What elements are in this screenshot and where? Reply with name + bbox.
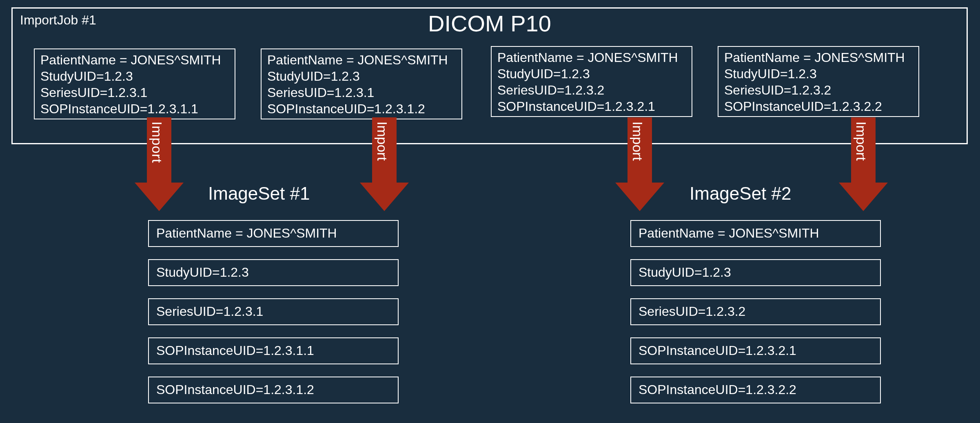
set1-row-sop2: SOPInstanceUID=1.2.3.1.2	[148, 377, 399, 403]
set2-row-series-text: SeriesUID=1.2.3.2	[639, 304, 745, 319]
set2-row-patient-text: PatientName = JONES^SMITH	[639, 226, 819, 241]
set1-row-series: SeriesUID=1.2.3.1	[148, 298, 399, 325]
source-box-2: PatientName = JONES^SMITH StudyUID=1.2.3…	[261, 48, 462, 119]
source-2-series: SeriesUID=1.2.3.1	[267, 85, 374, 100]
set1-row-series-text: SeriesUID=1.2.3.1	[156, 304, 263, 319]
set2-row-study: StudyUID=1.2.3	[630, 259, 881, 286]
set2-row-sop1-text: SOPInstanceUID=1.2.3.2.1	[639, 343, 796, 358]
source-3-study: StudyUID=1.2.3	[497, 66, 590, 82]
import-arrow-3-label: Import	[630, 121, 645, 161]
source-1-sop: SOPInstanceUID=1.2.3.1.1	[40, 101, 198, 117]
source-3-series: SeriesUID=1.2.3.2	[497, 83, 604, 98]
set1-row-patient: PatientName = JONES^SMITH	[148, 220, 399, 247]
dicom-title: DICOM P10	[13, 10, 967, 37]
set1-row-sop1: SOPInstanceUID=1.2.3.1.1	[148, 337, 399, 364]
set2-row-sop2: SOPInstanceUID=1.2.3.2.2	[630, 377, 881, 403]
source-2-sop: SOPInstanceUID=1.2.3.1.2	[267, 101, 425, 117]
set1-row-study: StudyUID=1.2.3	[148, 259, 399, 286]
source-4-study: StudyUID=1.2.3	[724, 66, 817, 82]
import-arrow-4-label: Import	[853, 121, 869, 161]
set1-row-sop1-text: SOPInstanceUID=1.2.3.1.1	[156, 343, 314, 358]
imageset-1-label: ImageSet #1	[208, 183, 310, 204]
source-4-sop: SOPInstanceUID=1.2.3.2.2	[724, 99, 882, 114]
set2-row-study-text: StudyUID=1.2.3	[639, 265, 731, 280]
source-3-sop: SOPInstanceUID=1.2.3.2.1	[497, 99, 655, 114]
source-4-patient: PatientName = JONES^SMITH	[724, 50, 905, 65]
import-arrow-1-label: Import	[149, 121, 165, 163]
source-box-3: PatientName = JONES^SMITH StudyUID=1.2.3…	[491, 46, 692, 117]
source-1-patient: PatientName = JONES^SMITH	[40, 53, 221, 68]
set1-row-sop2-text: SOPInstanceUID=1.2.3.1.2	[156, 382, 314, 397]
imageset-2-label: ImageSet #2	[690, 183, 792, 204]
source-1-series: SeriesUID=1.2.3.1	[40, 85, 147, 100]
source-box-1: PatientName = JONES^SMITH StudyUID=1.2.3…	[34, 48, 235, 119]
source-3-patient: PatientName = JONES^SMITH	[497, 50, 678, 65]
set1-row-patient-text: PatientName = JONES^SMITH	[156, 226, 337, 241]
source-box-4: PatientName = JONES^SMITH StudyUID=1.2.3…	[718, 46, 919, 117]
set2-row-sop1: SOPInstanceUID=1.2.3.2.1	[630, 337, 881, 364]
set2-row-series: SeriesUID=1.2.3.2	[630, 298, 881, 325]
source-2-study: StudyUID=1.2.3	[267, 69, 360, 84]
set2-row-patient: PatientName = JONES^SMITH	[630, 220, 881, 247]
source-2-patient: PatientName = JONES^SMITH	[267, 53, 448, 68]
set2-row-sop2-text: SOPInstanceUID=1.2.3.2.2	[639, 382, 796, 397]
source-4-series: SeriesUID=1.2.3.2	[724, 83, 831, 98]
source-1-study: StudyUID=1.2.3	[40, 69, 133, 84]
set1-row-study-text: StudyUID=1.2.3	[156, 265, 249, 280]
import-arrow-2-label: Import	[374, 121, 390, 161]
